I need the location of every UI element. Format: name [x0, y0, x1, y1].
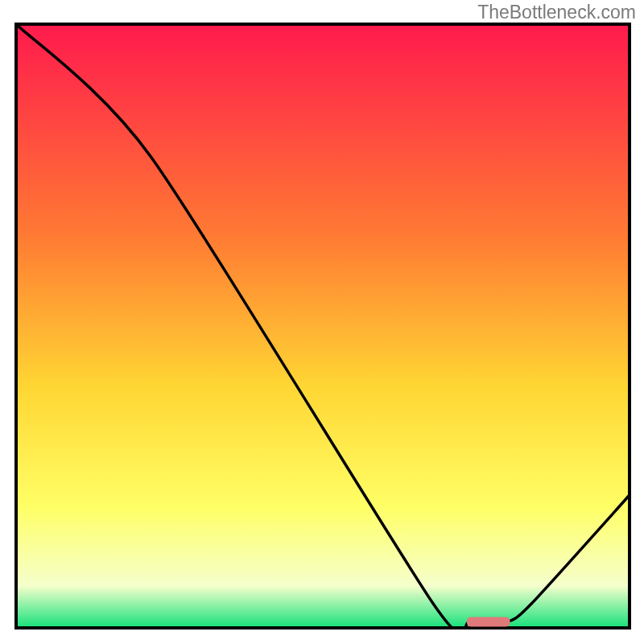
- watermark-text: TheBottleneck.com: [477, 2, 636, 23]
- chart-stage: TheBottleneck.com: [0, 0, 644, 644]
- plot-area: [14, 23, 631, 630]
- optimum-marker: [467, 617, 510, 627]
- plot-svg: [14, 23, 631, 630]
- gradient-background: [16, 24, 630, 628]
